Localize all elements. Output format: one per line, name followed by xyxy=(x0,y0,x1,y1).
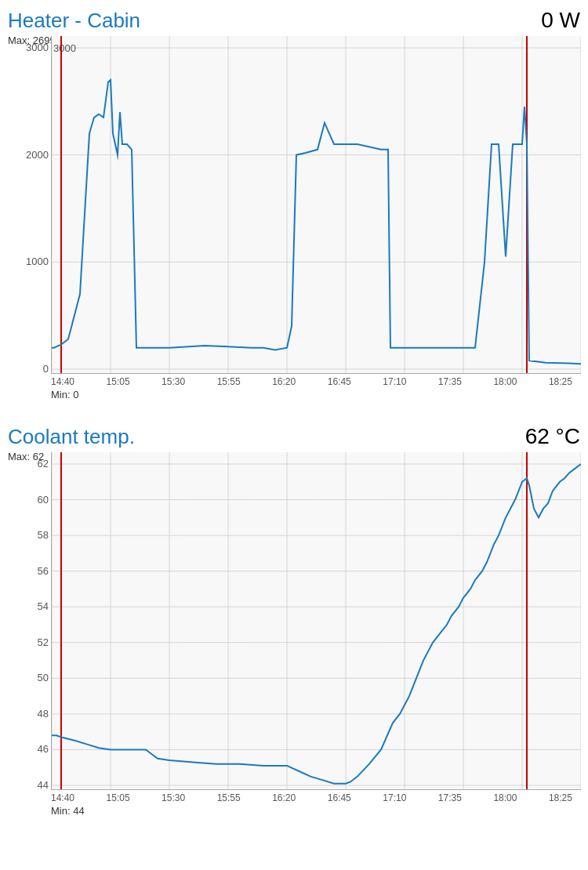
coolant-min-label: Min: 44 xyxy=(51,805,580,817)
y-axis-label: 58 xyxy=(38,529,49,541)
heater-section: Heater - Cabin 0 W Max: 2699 Heater ON 3… xyxy=(0,0,588,401)
coolant-chart xyxy=(51,452,581,790)
y-axis-label: 50 xyxy=(38,672,49,683)
x-label: 18:25 xyxy=(549,792,572,803)
coolant-x-labels: 14:4015:0515:3015:5516:2016:4517:1017:35… xyxy=(51,792,572,803)
y-axis-label: 54 xyxy=(38,600,49,612)
x-label: 17:35 xyxy=(438,792,462,803)
x-label: 16:20 xyxy=(272,376,296,387)
y-axis-label: 48 xyxy=(38,708,49,720)
heater-x-axis: 14:4015:0515:3015:5516:2016:4517:1017:35… xyxy=(51,376,572,387)
x-label: 15:05 xyxy=(107,792,130,803)
x-label: 16:20 xyxy=(272,792,296,803)
coolant-section: Coolant temp. 62 °C Max: 62 626058565452… xyxy=(0,416,588,817)
heater-header: Heater - Cabin 0 W xyxy=(8,8,580,33)
x-label: 15:55 xyxy=(217,792,241,803)
heater-chart xyxy=(51,36,581,374)
coolant-value: 62 °C xyxy=(525,424,580,449)
x-label: 17:35 xyxy=(438,376,462,387)
y-axis-label: 0 xyxy=(43,363,49,375)
x-label: 16:45 xyxy=(328,376,351,387)
x-label: 15:30 xyxy=(162,792,185,803)
x-label: 14:40 xyxy=(51,376,74,387)
coolant-title: Coolant temp. xyxy=(8,425,135,449)
x-label: 15:30 xyxy=(162,376,185,387)
y-axis-label: 3000 xyxy=(26,42,49,53)
coolant-x-axis: 14:4015:0515:3015:5516:2016:4517:1017:35… xyxy=(51,792,572,803)
y-axis-label: 52 xyxy=(38,636,49,648)
x-label: 15:55 xyxy=(217,376,241,387)
coolant-header: Coolant temp. 62 °C xyxy=(8,424,580,449)
heater-min-label: Min: 0 xyxy=(51,389,580,401)
y-axis-label: 1000 xyxy=(26,256,49,267)
y-axis-label: 46 xyxy=(38,743,49,755)
x-label: 17:10 xyxy=(383,376,406,387)
x-label: 18:00 xyxy=(493,376,517,387)
y-axis-label: 2000 xyxy=(26,149,49,161)
heater-x-labels: 14:4015:0515:3015:5516:2016:4517:1017:35… xyxy=(51,376,572,387)
x-label: 17:10 xyxy=(383,792,406,803)
y-axis-label: 56 xyxy=(38,565,49,577)
y-axis-label: 62 xyxy=(38,458,49,469)
x-label: 15:05 xyxy=(107,376,130,387)
y-axis-label: 60 xyxy=(38,494,49,506)
heater-title: Heater - Cabin xyxy=(8,9,140,33)
x-label: 18:25 xyxy=(549,376,572,387)
y-axis-label: 44 xyxy=(38,779,49,791)
x-label: 18:00 xyxy=(493,792,517,803)
x-label: 14:40 xyxy=(51,792,74,803)
heater-value: 0 W xyxy=(541,8,580,33)
x-label: 16:45 xyxy=(328,792,351,803)
